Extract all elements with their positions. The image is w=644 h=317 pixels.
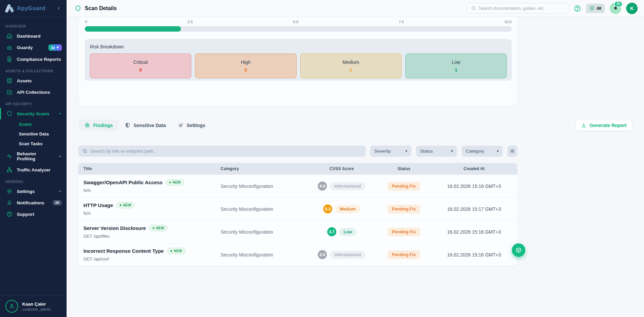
finding-title: Swagger/OpenAPI Public Access: [83, 180, 162, 185]
risk-cards: Critical 0 High 0 Medium 1 Low 1: [90, 53, 507, 78]
status-pill: Pending Fix: [388, 228, 420, 236]
search-icon: [82, 149, 87, 154]
caret-down-icon: ▾: [497, 149, 499, 153]
scan-score-gauge-fill: [85, 26, 181, 32]
scan-summary-card: 0 2.5 5.0 7.5 10.0 Risk Breakdown Critic…: [78, 17, 518, 106]
column-header-status: Status: [372, 166, 436, 171]
sidebar-item-label: Security Scans: [17, 111, 53, 116]
dot-icon: [171, 250, 172, 252]
status-pill: Pending Fix: [388, 182, 420, 191]
chevron-down-icon: [58, 189, 62, 193]
table-row[interactable]: Incorrect Response Content Type NEW GET …: [78, 243, 517, 266]
sidebar-subitem-scan-tasks[interactable]: Scan Tasks: [0, 139, 67, 149]
finding-endpoint: GET /api/files: [83, 234, 221, 239]
page-title: Scan Details: [85, 5, 117, 11]
chevron-up-icon: [58, 112, 62, 116]
app-root: ApyGuard OVERVIEW Dashboard Guardy AI✦ C…: [0, 0, 644, 317]
risk-breakdown-title: Risk Breakdown: [90, 44, 507, 49]
table-row[interactable]: Swagger/OpenAPI Public Access NEW N/A Se…: [78, 174, 517, 197]
shield-half-icon: [125, 122, 130, 128]
sidebar-item-label: Notifications: [17, 200, 48, 205]
bug-icon: [84, 122, 90, 128]
risk-card-label: Medium: [342, 60, 359, 65]
topbar: Scan Details 48 20 K: [67, 0, 644, 17]
tab-settings[interactable]: Settings: [172, 119, 211, 131]
sidebar-subitem-scans[interactable]: Scans: [0, 119, 67, 129]
cvss-score-badge: 3.7: [327, 227, 336, 236]
credits-count: 48: [597, 6, 601, 11]
sidebar-item-settings[interactable]: Settings: [0, 186, 67, 197]
sidebar-item-traffic-analyzer[interactable]: Traffic Analyzer: [0, 164, 67, 175]
gear-sparkle-icon: [178, 122, 184, 128]
sidebar-subitem-sensitive-data[interactable]: Sensitive Data: [0, 129, 67, 139]
floating-action-button[interactable]: [512, 243, 525, 257]
bell-icon: [6, 200, 12, 206]
gauge-tick: 2.5: [188, 20, 193, 24]
dot-icon: [153, 227, 154, 229]
table-row[interactable]: HTTP Usage NEW N/A Security Misconfigura…: [78, 197, 517, 220]
severity-pill: Low: [339, 228, 356, 236]
sidebar-item-label: Dashboard: [17, 34, 62, 39]
gauge-tick: 5.0: [293, 20, 298, 24]
sidebar-item-security-scans[interactable]: Security Scans: [0, 108, 67, 119]
package-icon: [516, 247, 522, 253]
help-button[interactable]: [574, 5, 581, 12]
notifications-button[interactable]: 20: [610, 3, 621, 14]
topbar-right: 48 20 K: [467, 3, 638, 14]
table-row[interactable]: Server Version Disclosure NEW GET /api/f…: [78, 220, 517, 243]
category-dropdown[interactable]: Category ▾: [462, 146, 503, 157]
new-badge: NEW: [166, 179, 184, 186]
home-icon: [6, 33, 12, 39]
advanced-filters-button[interactable]: [507, 146, 517, 157]
risk-card-low[interactable]: Low 1: [405, 53, 507, 78]
sparkle-icon: ✦: [56, 45, 59, 50]
sidebar-item-api-collections[interactable]: API Collections: [0, 86, 67, 98]
new-badge: NEW: [149, 225, 167, 231]
sidebar-header: ApyGuard: [0, 0, 67, 17]
sidebar-item-dashboard[interactable]: Dashboard: [0, 30, 67, 42]
shield-plus-icon: [590, 6, 595, 11]
user-avatar-icon: [5, 300, 18, 313]
sidebar-item-assets[interactable]: Assets: [0, 75, 67, 86]
section-label-overview: OVERVIEW: [0, 20, 67, 30]
tab-findings[interactable]: Findings: [78, 119, 119, 131]
shield-icon: [6, 111, 12, 117]
risk-card-critical[interactable]: Critical 0: [90, 53, 191, 78]
risk-card-medium[interactable]: Medium 1: [300, 53, 402, 78]
credits-badge[interactable]: 48: [586, 4, 605, 13]
tab-sensitive-data[interactable]: Sensitive Data: [119, 119, 172, 131]
finding-endpoint: N/A: [83, 188, 221, 193]
column-header-cvss: CVSS Score: [311, 166, 372, 171]
category-dropdown-label: Category: [466, 149, 484, 154]
risk-card-high[interactable]: High 0: [195, 53, 297, 78]
apyguard-logo-icon: [5, 4, 14, 12]
finding-category: Security Misconfiguration: [221, 252, 311, 257]
notification-count-badge: 20: [614, 1, 622, 7]
sidebar-item-notifications[interactable]: Notifications 20: [0, 197, 67, 208]
new-badge: NEW: [167, 248, 185, 254]
sidebar-user[interactable]: Kaan Çakır customer_admin: [0, 295, 67, 317]
global-search[interactable]: [467, 3, 569, 13]
sidebar-item-label: Guardy: [17, 45, 44, 50]
severity-pill: Informational: [330, 182, 365, 190]
generate-report-button[interactable]: Generate Report: [575, 120, 632, 131]
findings-search-input[interactable]: [90, 149, 362, 154]
avatar[interactable]: K: [626, 3, 638, 14]
risk-card-label: High: [241, 60, 251, 65]
findings-search[interactable]: [78, 146, 366, 157]
risk-card-value: 0: [139, 67, 142, 73]
sidebar-item-label: API Collections: [17, 90, 62, 95]
sidebar-item-guardy[interactable]: Guardy AI✦: [0, 42, 67, 53]
risk-card-value: 1: [455, 67, 457, 73]
gauge-tick: 0: [85, 20, 87, 24]
sidebar-item-behavior-profiling[interactable]: Behavior Profiling: [0, 149, 67, 164]
sidebar-item-support[interactable]: Support: [0, 208, 67, 220]
finding-title: Server Version Disclosure: [83, 225, 146, 231]
global-search-input[interactable]: [479, 6, 565, 11]
sidebar-item-compliance-reports[interactable]: Compliance Reports: [0, 53, 67, 65]
sidebar-collapse-button[interactable]: [56, 5, 62, 11]
logo-text: ApyGuard: [17, 5, 56, 12]
severity-dropdown[interactable]: Severity ▾: [370, 146, 411, 157]
status-dropdown[interactable]: Status ▾: [416, 146, 457, 157]
main-content: 0 2.5 5.0 7.5 10.0 Risk Breakdown Critic…: [67, 17, 644, 317]
